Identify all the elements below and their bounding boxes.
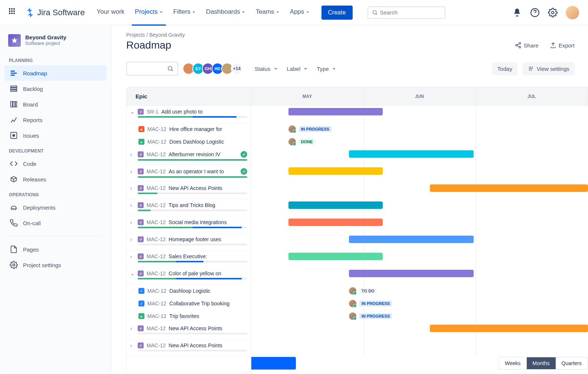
sidebar-item-label: Deployments [23,204,56,211]
progress-bar [138,261,247,262]
expand-toggle[interactable]: › [130,151,135,157]
expand-toggle[interactable]: ⌄ [130,109,135,115]
nav-apps[interactable]: Apps [290,8,310,17]
sidebar-item-label: On-call [23,220,41,226]
issue-status-pill[interactable]: IN PROGRESS [288,125,331,133]
sidebar-item-releases[interactable]: Releases [4,171,107,187]
sidebar-item-issues[interactable]: Issues [4,128,107,143]
filter-search[interactable] [126,62,178,76]
sidebar-item-deployments[interactable]: Deployments [4,200,107,215]
avatar-more[interactable]: +14 [231,63,243,75]
issue-status-pill[interactable]: IN PROGRESS [349,300,392,307]
sidebar-item-pages[interactable]: Pages [4,242,107,257]
app-switcher-icon[interactable] [9,8,18,17]
nav-projects[interactable]: Projects [135,8,163,17]
expand-toggle[interactable]: › [130,219,135,225]
child-issue-row[interactable]: ● MAC-12 Hire office manager for [127,123,251,135]
epic-row[interactable]: › ⚡ MAC-12 Afterburner revision IV [127,148,251,165]
progress-bar [138,244,247,245]
sidebar-item-board[interactable]: Board [4,96,107,112]
pages-icon [10,245,18,253]
sidebar-item-roadmap[interactable]: Roadmap [4,65,107,81]
expand-toggle[interactable]: › [130,202,135,208]
sidebar-item-reports[interactable]: Reports [4,112,107,128]
epic-bar[interactable] [288,167,383,175]
issue-status-pill[interactable]: IN PROGRESS [349,312,392,320]
epic-row[interactable]: › ⚡ MAC-12 Homepage footer uses [127,233,251,250]
epic-bar[interactable] [288,108,383,115]
sidebar-item-backlog[interactable]: Backlog [4,81,107,96]
filter-label[interactable]: Label [287,66,308,72]
child-issue-row[interactable]: ▸ MAC-12 Does Dashloop Logistic [127,135,251,148]
filter-type[interactable]: Type [317,66,336,72]
epic-row[interactable]: ⌄ ⚡ MAC-12 Color of pale yellow on [127,268,251,285]
sidebar-item-on-call[interactable]: On-call [4,215,107,231]
project-name: Beyond Gravity [25,34,66,40]
sidebar-item-code[interactable]: Code [4,156,107,171]
export-button[interactable]: Export [550,42,575,49]
page-title: Roadmap [126,39,171,51]
child-issue-row[interactable]: ✓ MAC-12 Collaborative Trip booking [127,297,251,310]
epic-row[interactable]: › ⚡ MAC-12 New API Access Points [127,182,251,199]
epic-row[interactable]: › ⚡ MAC-12 New API Access Points [127,322,251,339]
epic-row[interactable]: › ⚡ MAC-12 As an operator I want to [127,165,251,182]
search-icon [167,65,174,72]
issue-status-pill[interactable]: TO DO [349,287,377,295]
epic-bar[interactable] [430,184,588,192]
assignee-avatars[interactable]: EYGHHD+14 [185,63,243,75]
epic-bar[interactable] [349,150,474,158]
today-button[interactable]: Today [492,62,517,75]
expand-toggle[interactable]: ⌄ [130,270,135,276]
nav-dashboards[interactable]: Dashboards [206,8,245,17]
epic-bar[interactable] [288,201,383,209]
issue-key: SR-1 [147,109,159,115]
expand-toggle[interactable]: › [130,325,135,331]
child-issue-row[interactable]: ✓ MAC-12 Dashloop Logistic [127,285,251,297]
nav-teams[interactable]: Teams [256,8,280,17]
timeline[interactable]: MAYJUNJUL IN PROGRESS DONE TO DO IN PROG… [251,87,588,374]
epic-row[interactable]: › ⚡ MAC-12 Sales Executive: [127,250,251,268]
epic-bar[interactable] [288,219,383,226]
create-button[interactable]: Create [321,6,353,20]
child-issue-row[interactable]: ▸ MAC-12 Trip favorites [127,310,251,322]
issue-key: MAC-12 [147,202,166,208]
issue-title: Tips and Tricks Blog [169,202,215,208]
project-header[interactable]: Beyond Gravity Software project [4,31,107,50]
zoom-weeks[interactable]: Weeks [499,357,527,369]
svg-point-2 [552,11,554,14]
jira-logo[interactable]: Jira Software [25,8,85,17]
filter-status[interactable]: Status [255,66,278,72]
progress-bar [138,350,247,351]
expand-toggle[interactable]: › [130,253,135,259]
epic-bar[interactable] [349,236,474,243]
epic-row[interactable]: › ⚡ MAC-12 Tips and Tricks Blog [127,199,251,216]
expand-toggle[interactable]: › [130,236,135,242]
issue-status-pill[interactable]: DONE [288,138,315,145]
search-input[interactable] [380,9,441,16]
issue-title: Trip favorites [169,313,199,319]
epic-bar[interactable] [288,253,383,260]
sidebar-item-project-settings[interactable]: Project settings [4,257,107,273]
epic-row[interactable]: › ⚡ MAC-12 New API Access Points [127,339,251,357]
breadcrumb[interactable]: Projects / Beyond Gravity [126,25,588,39]
epic-row[interactable]: ⌄ ⚡ SR-1 Add user photo to [127,106,251,123]
settings-icon[interactable] [548,8,558,17]
svg-point-11 [13,264,15,266]
view-settings-button[interactable]: View settings [523,62,575,75]
notifications-icon[interactable] [512,8,522,17]
zoom-quarters[interactable]: Quarters [556,357,588,369]
nav-your-work[interactable]: Your work [97,8,124,17]
zoom-months[interactable]: Months [527,357,556,369]
help-icon[interactable] [530,8,540,17]
nav-filters[interactable]: Filters [173,8,196,17]
share-button[interactable]: Share [515,42,539,49]
expand-toggle[interactable]: › [130,342,135,348]
epic-bar[interactable] [430,325,588,332]
search-box[interactable] [368,6,445,19]
user-avatar[interactable] [566,6,579,19]
expand-toggle[interactable]: › [130,185,135,191]
epic-row[interactable]: › ⚡ MAC-12 Social media integrations [127,216,251,233]
expand-toggle[interactable]: › [130,168,135,174]
epic-bar[interactable] [349,270,474,277]
top-nav: Jira Software Your workProjectsFiltersDa… [0,0,588,25]
